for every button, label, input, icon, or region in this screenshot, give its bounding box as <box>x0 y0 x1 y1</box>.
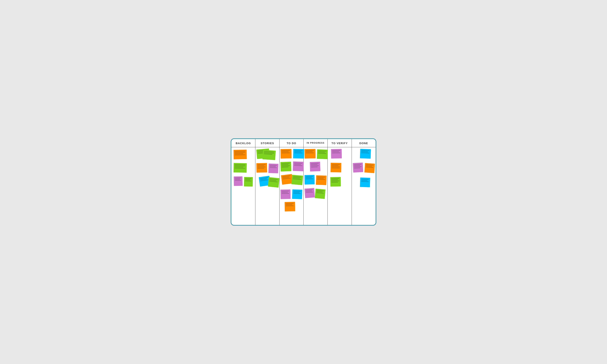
board-body <box>231 147 376 225</box>
note[interactable] <box>364 163 375 173</box>
note-line <box>306 177 312 178</box>
col-todo <box>280 147 304 225</box>
note[interactable] <box>234 163 247 173</box>
note-line <box>269 181 278 182</box>
note[interactable] <box>360 178 370 187</box>
note[interactable] <box>317 149 328 159</box>
note-line <box>235 151 245 152</box>
note-line <box>354 168 360 169</box>
col-header-backlog: BACKLOG <box>231 139 255 147</box>
note-line <box>282 153 290 153</box>
note[interactable] <box>330 177 341 186</box>
note-line <box>293 177 300 179</box>
note-line <box>361 181 369 182</box>
note-line <box>245 180 250 180</box>
note-line <box>317 190 324 191</box>
note[interactable] <box>234 150 247 159</box>
note-line <box>332 153 340 153</box>
note-line <box>257 167 266 167</box>
note-line <box>293 193 301 194</box>
note[interactable] <box>268 177 279 188</box>
col-done <box>352 147 376 225</box>
col-backlog <box>231 147 255 225</box>
note-line <box>286 203 293 204</box>
note[interactable] <box>285 202 295 211</box>
note-line <box>311 167 317 168</box>
note-line <box>317 179 325 180</box>
note[interactable] <box>310 162 320 171</box>
col-header-done: DONE <box>352 139 376 147</box>
note-line <box>294 165 302 166</box>
note[interactable] <box>331 149 342 159</box>
note-line <box>366 164 373 165</box>
note-line <box>245 181 251 182</box>
note[interactable] <box>280 149 291 159</box>
note[interactable] <box>263 150 276 160</box>
note-line <box>361 180 367 181</box>
note-line <box>294 151 301 152</box>
note[interactable] <box>268 164 278 173</box>
note-line <box>293 192 300 193</box>
note-line <box>331 180 338 180</box>
note[interactable] <box>304 175 315 184</box>
note-line <box>294 164 301 165</box>
note-line <box>354 164 361 165</box>
note-line <box>264 154 272 155</box>
note-line <box>332 150 340 151</box>
note-line <box>235 167 243 167</box>
note-line <box>331 181 339 181</box>
note-line <box>235 155 245 155</box>
note-line <box>293 191 301 192</box>
note[interactable] <box>280 162 291 171</box>
note[interactable] <box>316 175 327 185</box>
note-line <box>306 153 314 153</box>
note-line <box>332 164 340 165</box>
col-stories <box>255 147 279 225</box>
note-line <box>354 166 361 167</box>
note[interactable] <box>256 163 267 173</box>
note-line <box>361 179 369 180</box>
note-line <box>264 152 274 154</box>
note[interactable] <box>304 149 316 159</box>
note-line <box>318 152 325 153</box>
note[interactable] <box>291 175 303 185</box>
note[interactable] <box>360 149 371 159</box>
note[interactable] <box>292 189 302 199</box>
note-line <box>361 151 368 152</box>
note-line <box>311 165 319 166</box>
note[interactable] <box>293 161 304 171</box>
note-line <box>270 180 277 181</box>
col-inprogress <box>304 147 328 225</box>
note-line <box>281 163 290 164</box>
note[interactable] <box>244 177 253 186</box>
col-header-toverify: TO VERIFY <box>328 139 352 147</box>
note-line <box>294 153 303 153</box>
note-line <box>281 165 290 166</box>
note-line <box>306 189 313 190</box>
note-line <box>311 163 319 164</box>
note[interactable] <box>281 174 293 185</box>
note-line <box>332 165 339 166</box>
note[interactable] <box>234 176 243 186</box>
note-line <box>281 150 290 151</box>
col-toverify <box>328 147 352 225</box>
note-line <box>294 163 302 164</box>
note[interactable] <box>293 149 304 159</box>
note[interactable] <box>304 188 315 198</box>
note[interactable] <box>330 163 341 172</box>
note-line <box>264 151 274 152</box>
note-line <box>281 164 288 165</box>
note[interactable] <box>280 189 290 199</box>
note-line <box>293 179 301 180</box>
note-line <box>331 178 339 179</box>
note-line <box>331 182 338 182</box>
note-line <box>311 164 317 165</box>
board-header: BACKLOG STORIES TO DO IN PROGRESS TO VER… <box>231 139 376 147</box>
note[interactable] <box>315 189 326 199</box>
note-line <box>318 151 326 151</box>
note[interactable] <box>353 163 363 172</box>
note-line <box>316 192 324 194</box>
note-line <box>294 150 303 151</box>
note-line <box>361 150 369 151</box>
note-line <box>306 151 313 152</box>
